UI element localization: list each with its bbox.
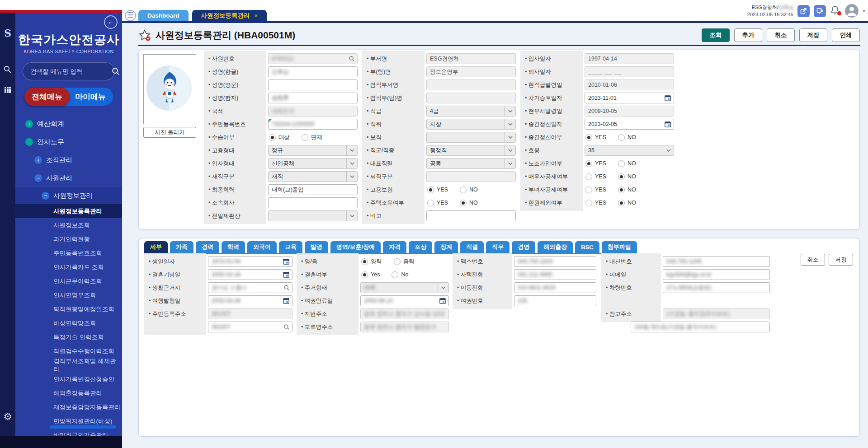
share-window-icon[interactable] — [814, 5, 826, 17]
sidebar-menu-item[interactable]: −사원정보관리 — [15, 187, 122, 204]
radio-selected-icon[interactable] — [269, 134, 276, 141]
radio-option[interactable]: YES — [585, 187, 606, 193]
hamburger-menu-icon[interactable] — [125, 10, 136, 21]
date-input[interactable]: 2023-11-01 — [585, 93, 674, 103]
select-field[interactable]: 35 — [585, 145, 674, 156]
sidebar-menu-item[interactable]: 인사근무이력조회 — [15, 274, 122, 288]
action-button[interactable]: 조회 — [702, 28, 730, 42]
date-input[interactable]: 2000-03-18 — [208, 269, 292, 280]
detail-tab[interactable]: 학력 — [222, 241, 245, 253]
page-tab[interactable]: 사원정보등록관리× — [192, 10, 267, 21]
sidebar-menu-item[interactable]: +조직관리 — [15, 151, 122, 169]
sidebar-menu-item[interactable]: 겸직부서조회및 해제관리 — [15, 358, 122, 372]
detail-tab[interactable]: 첨부파일 — [602, 241, 637, 253]
detail-tab[interactable]: 직무 — [486, 241, 509, 253]
radio-icon[interactable] — [302, 134, 308, 141]
chevron-down-icon[interactable] — [346, 145, 357, 155]
chevron-down-icon[interactable] — [438, 283, 448, 293]
text-input[interactable]: kgs554@kgs.or.kr — [663, 269, 770, 280]
text-input[interactable]: 27누3504(쏘렌토) — [663, 282, 770, 293]
select-field[interactable]: 행정직 — [426, 145, 516, 156]
radio-selected-icon[interactable] — [618, 200, 625, 206]
search-icon[interactable] — [111, 67, 120, 76]
radio-icon[interactable] — [427, 200, 434, 206]
action-button[interactable]: 저장 — [799, 28, 827, 42]
radio-icon[interactable] — [394, 258, 401, 265]
text-input[interactable]: 104동 501호(가경동,흥덕아파트) — [631, 322, 770, 332]
text-input[interactable] — [268, 197, 358, 208]
radio-option[interactable]: NO — [460, 200, 478, 206]
radio-icon[interactable] — [585, 187, 592, 193]
calendar-icon[interactable] — [283, 298, 290, 304]
detail-tab[interactable]: 포상 — [409, 241, 432, 253]
menu-search-input[interactable] — [29, 68, 111, 75]
text-input[interactable]: 043-750-1915 — [514, 256, 596, 267]
select-field[interactable]: 정규 — [268, 145, 358, 156]
detail-tab[interactable]: 가족 — [170, 241, 193, 253]
radio-option[interactable]: NO — [460, 187, 478, 193]
sidebar-menu-item[interactable]: 과거인력현황 — [15, 232, 122, 246]
sidebar-menu-item[interactable]: 인사기록변경신청승인 — [15, 372, 122, 386]
detail-tab[interactable]: BSC — [575, 241, 599, 253]
text-input[interactable]: 125 — [514, 295, 596, 306]
radio-icon[interactable] — [460, 187, 467, 193]
radio-option[interactable]: NO — [618, 134, 636, 141]
chevron-down-icon[interactable] — [505, 145, 515, 155]
search-input[interactable]: 경기도 시흥시 — [208, 282, 292, 293]
rail-search-icon[interactable] — [0, 65, 15, 74]
open-new-window-icon[interactable] — [797, 5, 810, 17]
sidebar-menu-item[interactable]: −사원관리 — [15, 169, 122, 187]
sidebar-menu-item[interactable]: 주민등록번호조회 — [15, 246, 122, 260]
radio-option[interactable]: YES — [427, 200, 448, 206]
action-button[interactable]: 인쇄 — [832, 28, 860, 42]
text-input[interactable]: 043-750-1205 — [663, 256, 770, 267]
sidebar-menu-item[interactable]: 재정보증담당자등록관리 — [15, 400, 122, 414]
notification-bell-icon[interactable] — [830, 5, 841, 17]
page-tab[interactable]: Dashboard — [138, 10, 189, 21]
chevron-down-icon[interactable] — [505, 119, 515, 129]
chevron-down-icon[interactable] — [663, 145, 674, 155]
radio-icon[interactable] — [585, 200, 592, 206]
detail-action-button[interactable]: 저장 — [829, 254, 853, 266]
detail-tab[interactable]: 병역/보훈/장애 — [330, 241, 381, 253]
text-input[interactable] — [268, 79, 358, 90]
text-input[interactable]: 031-211-4965 — [514, 269, 596, 280]
radio-option[interactable]: No — [392, 271, 408, 278]
radio-selected-icon[interactable] — [361, 258, 368, 265]
radio-selected-icon[interactable] — [585, 160, 592, 167]
sidebar-scrollbar[interactable] — [50, 425, 116, 429]
radio-option[interactable]: YES — [427, 187, 448, 193]
date-input[interactable]: 2003-06-10 — [360, 295, 449, 306]
radio-option[interactable]: YES — [585, 160, 606, 167]
expand-plus-icon[interactable]: + — [34, 156, 42, 164]
chevron-down-icon[interactable] — [346, 159, 357, 168]
search-input[interactable]: 361007 — [208, 322, 292, 332]
expand-plus-icon[interactable]: + — [25, 120, 33, 128]
select-field[interactable] — [268, 210, 358, 221]
radio-selected-icon[interactable] — [460, 200, 467, 206]
select-field[interactable]: 신입공채 — [268, 158, 358, 169]
sidebar-menu-item[interactable]: +예산회계 — [15, 115, 122, 133]
detail-tab[interactable]: 해외출장 — [538, 241, 573, 253]
detail-tab[interactable]: 경영 — [512, 241, 535, 253]
chevron-down-icon[interactable] — [505, 132, 515, 142]
select-field[interactable]: 4급 — [426, 106, 516, 117]
collapse-minus-icon[interactable]: − — [42, 192, 49, 200]
detail-action-button[interactable]: 취소 — [801, 254, 825, 266]
sidebar-menu-item[interactable]: 비상연락망조회 — [15, 316, 122, 330]
radio-icon[interactable] — [392, 271, 398, 278]
calendar-icon[interactable] — [283, 271, 290, 278]
radio-option[interactable]: 양력 — [361, 258, 382, 266]
select-field[interactable] — [426, 132, 516, 143]
radio-option[interactable]: 면제 — [302, 134, 322, 141]
radio-selected-icon[interactable] — [618, 173, 625, 180]
radio-option[interactable]: YES — [585, 200, 606, 206]
select-field[interactable]: 재직 — [268, 171, 358, 182]
detail-tab[interactable]: 세부 — [144, 241, 168, 253]
sidebar-menu-item[interactable]: 특정기술 인력조회 — [15, 330, 122, 344]
radio-option[interactable]: 음력 — [394, 258, 415, 266]
settings-gear-icon[interactable]: ⚙ — [0, 411, 15, 422]
avatar[interactable] — [845, 4, 859, 18]
sidebar-menu-item[interactable]: 사원정보조회 — [15, 218, 122, 232]
collapse-minus-icon[interactable]: − — [25, 138, 33, 146]
